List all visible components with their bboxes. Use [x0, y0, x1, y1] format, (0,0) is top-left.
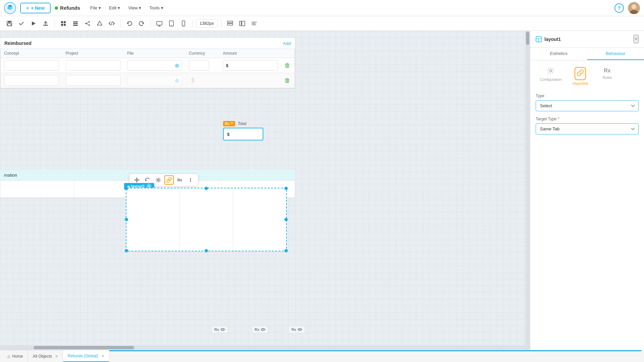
table-header: Concept Project File Currency Amount [1, 49, 294, 58]
panel-close-button[interactable]: × [634, 35, 639, 43]
edit-menu[interactable]: Edit ▾ [106, 4, 123, 12]
svg-point-41 [158, 179, 159, 181]
save-button[interactable] [4, 18, 15, 29]
file-input-2[interactable]: ⊕ [127, 75, 182, 86]
bottom-tabs: ⌂ Home All Objects × Refunds (Global) × [0, 350, 644, 362]
close-refunds-global-button[interactable]: × [102, 353, 104, 359]
shape-button[interactable] [94, 18, 105, 29]
new-button[interactable]: + + New [20, 3, 51, 13]
scrollbar-vertical[interactable] [525, 31, 530, 345]
file-chevron-icon: ▾ [99, 5, 101, 10]
resize-handle-br[interactable] [284, 249, 288, 252]
svg-point-27 [171, 25, 172, 25]
concept-input-2[interactable] [4, 75, 59, 86]
file-cell-2: ⊕ [124, 73, 185, 88]
col-currency: Currency [185, 49, 220, 58]
svg-rect-14 [73, 23, 78, 24]
svg-point-51 [550, 70, 552, 72]
resize-handle-bc[interactable] [205, 249, 208, 252]
file-menu[interactable]: File ▾ [87, 4, 104, 12]
app-logo[interactable] [4, 2, 16, 14]
tab-refunds-global[interactable]: Refunds (Global) × [63, 350, 109, 362]
file-cell: ⊕ [124, 58, 185, 73]
scrollbar-horizontal[interactable] [0, 345, 525, 350]
tools-menu[interactable]: Tools ▾ [146, 4, 166, 12]
rx-text-1: Rx [214, 327, 219, 331]
panel-body: Type Select URL Page Email Phone Target … [530, 88, 644, 350]
code-button[interactable] [106, 18, 117, 29]
svg-point-43 [190, 180, 191, 181]
scrollbar-thumb-h[interactable] [34, 346, 134, 349]
project-input-2[interactable] [66, 75, 121, 86]
layout-rows-button[interactable] [225, 18, 235, 29]
project-input[interactable] [66, 60, 121, 71]
svg-point-17 [89, 21, 90, 22]
resize-handle-tr[interactable] [284, 187, 288, 190]
redo-button[interactable] [136, 18, 147, 29]
layout-col-3 [233, 188, 286, 251]
svg-marker-7 [32, 21, 36, 25]
hyperlink-tool-button[interactable] [164, 175, 174, 185]
undo-button[interactable] [124, 18, 135, 29]
view-menu[interactable]: View ▾ [125, 4, 145, 12]
tab-all-objects[interactable]: All Objects × [28, 350, 63, 362]
scrollbar-thumb-v[interactable] [526, 32, 529, 45]
sub-tab-hyperlink[interactable]: Hyperlink [567, 64, 594, 88]
file-input[interactable]: ⊕ [127, 60, 182, 71]
status-dot [55, 6, 58, 10]
svg-rect-23 [157, 21, 162, 25]
svg-rect-15 [73, 25, 78, 26]
settings-tool-button[interactable] [154, 175, 163, 185]
delete-row-button-2[interactable]: 🗑 [284, 77, 290, 84]
info-title: mation [4, 173, 17, 178]
play-button[interactable] [28, 18, 39, 29]
check-button[interactable] [16, 18, 27, 29]
panel-tabs: Esthetics Behaviour [530, 48, 644, 60]
component-button[interactable] [58, 18, 69, 29]
separator-5 [221, 19, 221, 27]
sub-tab-rules[interactable]: Rx Rules [594, 64, 621, 88]
branch-button[interactable] [82, 18, 93, 29]
concept-cell-2 [1, 73, 62, 88]
resize-handle-ml[interactable] [125, 218, 128, 221]
help-button[interactable]: ? [614, 3, 624, 13]
close-all-objects-button[interactable]: × [55, 354, 58, 359]
separator-1 [54, 19, 55, 27]
total-text: Total [238, 121, 246, 126]
svg-rect-8 [43, 25, 48, 26]
tab-behaviour[interactable]: Behaviour [587, 48, 644, 60]
rx-tool-button[interactable]: Rx [175, 175, 184, 185]
resize-handle-tl[interactable] [125, 187, 128, 190]
layout-cols-button[interactable] [237, 18, 248, 29]
export-button[interactable] [40, 18, 51, 29]
concept-input[interactable] [4, 60, 59, 71]
tab-home[interactable]: ⌂ Home [3, 350, 28, 362]
total-dollar-sign: $ [227, 132, 229, 137]
target-type-select[interactable]: Same Tab New Tab Parent Frame Top Frame [536, 123, 639, 134]
resize-handle-mr[interactable] [284, 218, 288, 221]
toolbar: 1382px [0, 16, 644, 31]
project-cell-2 [62, 73, 124, 88]
layout-box [126, 188, 287, 251]
amount-input[interactable]: $ [223, 60, 278, 71]
user-avatar[interactable] [628, 2, 640, 14]
type-select[interactable]: Select URL Page Email Phone [536, 100, 639, 111]
total-input-box[interactable]: $ [223, 128, 263, 140]
all-objects-label: All Objects [33, 354, 52, 359]
currency-input[interactable] [189, 60, 209, 71]
delete-row-button[interactable]: 🗑 [284, 62, 290, 69]
tab-esthetics[interactable]: Esthetics [530, 48, 587, 60]
tablet-view-button[interactable] [166, 18, 177, 29]
stack-button[interactable] [70, 18, 81, 29]
svg-marker-21 [97, 21, 102, 25]
mobile-view-button[interactable] [178, 18, 189, 29]
sub-tab-configuration[interactable]: Configuration [534, 64, 567, 88]
more-options-button[interactable] [186, 175, 195, 185]
add-button[interactable]: Add [283, 41, 291, 46]
desktop-view-button[interactable] [154, 18, 165, 29]
project-cell [62, 58, 124, 73]
align-button[interactable] [249, 18, 260, 29]
resize-handle-bl[interactable] [125, 249, 128, 252]
dollar-sign: $ [226, 63, 228, 68]
resize-handle-tc[interactable] [205, 187, 208, 190]
